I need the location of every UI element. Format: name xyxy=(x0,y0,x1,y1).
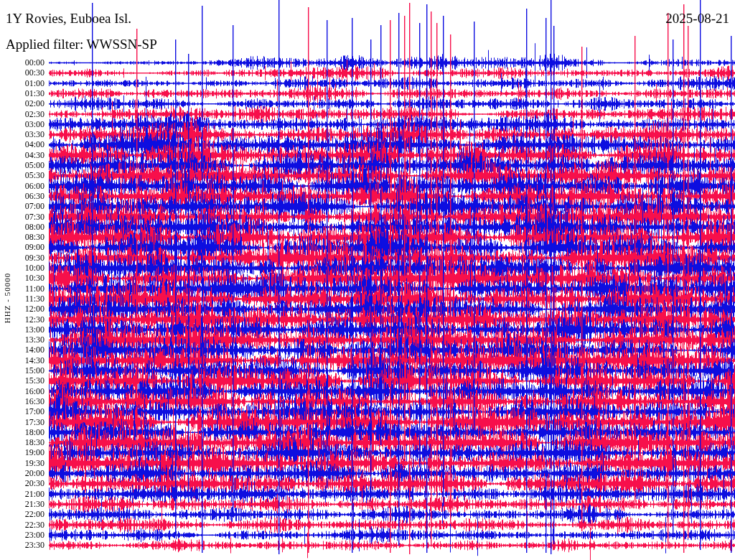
time-label-04:00: 04:00 xyxy=(0,140,45,149)
helicorder-plot: 1Y Rovies, Euboea Isl. 2025-08-21 Applie… xyxy=(0,0,735,560)
time-label-15:00: 15:00 xyxy=(0,366,45,375)
time-label-23:30: 23:30 xyxy=(0,541,45,550)
time-label-13:30: 13:30 xyxy=(0,335,45,345)
time-label-18:30: 18:30 xyxy=(0,438,45,447)
time-label-06:30: 06:30 xyxy=(0,192,45,201)
time-label-05:00: 05:00 xyxy=(0,161,45,170)
station-title: 1Y Rovies, Euboea Isl. xyxy=(6,11,131,27)
plot-date: 2025-08-21 xyxy=(665,11,729,27)
time-label-14:00: 14:00 xyxy=(0,345,45,355)
time-label-19:30: 19:30 xyxy=(0,459,45,468)
time-label-21:00: 21:00 xyxy=(0,490,45,499)
time-label-17:00: 17:00 xyxy=(0,407,45,416)
time-label-17:30: 17:30 xyxy=(0,418,45,427)
time-label-00:00: 00:00 xyxy=(0,58,45,67)
time-label-02:30: 02:30 xyxy=(0,110,45,119)
time-label-06:00: 06:00 xyxy=(0,182,45,191)
time-label-07:00: 07:00 xyxy=(0,202,45,211)
time-label-20:00: 20:00 xyxy=(0,469,45,478)
applied-filter-label: Applied filter: WWSSN-SP xyxy=(6,37,157,52)
time-label-23:00: 23:00 xyxy=(0,531,45,540)
time-label-12:30: 12:30 xyxy=(0,315,45,325)
time-label-08:30: 08:30 xyxy=(0,233,45,242)
time-label-15:30: 15:30 xyxy=(0,376,45,386)
time-label-05:30: 05:30 xyxy=(0,171,45,180)
time-label-09:30: 09:30 xyxy=(0,253,45,263)
time-label-11:30: 11:30 xyxy=(0,294,45,304)
time-label-20:30: 20:30 xyxy=(0,479,45,488)
time-label-11:00: 11:00 xyxy=(0,284,45,294)
time-label-21:30: 21:30 xyxy=(0,500,45,509)
time-label-19:00: 19:00 xyxy=(0,448,45,457)
time-label-00:30: 00:30 xyxy=(0,68,45,78)
time-label-18:00: 18:00 xyxy=(0,428,45,437)
time-label-03:30: 03:30 xyxy=(0,130,45,139)
seismogram-canvas xyxy=(0,0,735,560)
time-label-10:30: 10:30 xyxy=(0,274,45,283)
time-label-16:30: 16:30 xyxy=(0,397,45,406)
time-label-03:00: 03:00 xyxy=(0,120,45,129)
time-label-22:00: 22:00 xyxy=(0,510,45,519)
time-label-13:00: 13:00 xyxy=(0,325,45,335)
time-label-07:30: 07:30 xyxy=(0,213,45,222)
time-label-02:00: 02:00 xyxy=(0,99,45,108)
time-label-22:30: 22:30 xyxy=(0,521,45,530)
time-label-04:30: 04:30 xyxy=(0,151,45,160)
time-label-12:00: 12:00 xyxy=(0,304,45,314)
time-label-08:00: 08:00 xyxy=(0,223,45,232)
time-label-09:00: 09:00 xyxy=(0,243,45,252)
time-label-10:00: 10:00 xyxy=(0,263,45,273)
time-label-01:30: 01:30 xyxy=(0,89,45,98)
time-label-14:30: 14:30 xyxy=(0,356,45,365)
time-label-16:00: 16:00 xyxy=(0,387,45,396)
time-label-01:00: 01:00 xyxy=(0,79,45,88)
